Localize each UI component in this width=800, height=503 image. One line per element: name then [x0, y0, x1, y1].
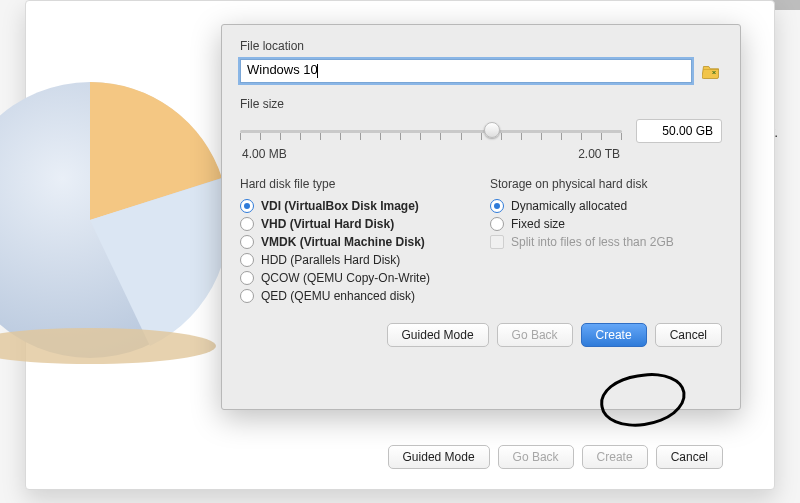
svg-point-1 [0, 328, 216, 364]
storage-option-0[interactable]: Dynamically allocated [490, 197, 722, 215]
disk-type-option-3[interactable]: HDD (Parallels Hard Disk) [240, 251, 472, 269]
cancel-button[interactable]: Cancel [655, 323, 722, 347]
file-size-slider[interactable] [240, 119, 622, 143]
dialog-button-row: Guided Mode Go Back Create Cancel [240, 323, 722, 347]
create-virtual-disk-dialog: File location Windows 10 File size 50.00… [221, 24, 741, 410]
outer-cancel-button[interactable]: Cancel [656, 445, 723, 469]
disk-type-options: VDI (VirtualBox Disk Image)VHD (Virtual … [240, 197, 472, 305]
disk-type-label: Hard disk file type [240, 177, 472, 191]
disk-type-label-1: VHD (Virtual Hard Disk) [261, 217, 394, 231]
slider-knob[interactable] [484, 122, 500, 138]
disk-type-label-0: VDI (VirtualBox Disk Image) [261, 199, 419, 213]
disk-type-option-2[interactable]: VMDK (Virtual Machine Disk) [240, 233, 472, 251]
disk-type-label-3: HDD (Parallels Hard Disk) [261, 253, 400, 267]
disk-type-option-4[interactable]: QCOW (QEMU Copy-On-Write) [240, 269, 472, 287]
slider-ticks [240, 133, 622, 141]
disk-type-label-4: QCOW (QEMU Copy-On-Write) [261, 271, 430, 285]
file-location-value: Windows 10 [247, 62, 318, 77]
file-location-input[interactable]: Windows 10 [240, 59, 692, 83]
disk-type-option-0[interactable]: VDI (VirtualBox Disk Image) [240, 197, 472, 215]
folder-icon [702, 63, 720, 79]
storage-radio-1[interactable] [490, 217, 504, 231]
disk-type-radio-4[interactable] [240, 271, 254, 285]
disk-type-label-2: VMDK (Virtual Machine Disk) [261, 235, 425, 249]
browse-folder-button[interactable] [700, 60, 722, 82]
disk-type-radio-2[interactable] [240, 235, 254, 249]
outer-guided-mode-button[interactable]: Guided Mode [388, 445, 490, 469]
disk-type-option-1[interactable]: VHD (Virtual Hard Disk) [240, 215, 472, 233]
disk-type-label-5: QED (QEMU enhanced disk) [261, 289, 415, 303]
outer-go-back-button[interactable]: Go Back [498, 445, 574, 469]
size-max-label: 2.00 TB [578, 147, 620, 161]
storage-label-0: Dynamically allocated [511, 199, 627, 213]
outer-create-button: Create [582, 445, 648, 469]
storage-label: Storage on physical hard disk [490, 177, 722, 191]
create-button[interactable]: Create [581, 323, 647, 347]
disk-type-option-5[interactable]: QED (QEMU enhanced disk) [240, 287, 472, 305]
storage-option-1[interactable]: Fixed size [490, 215, 722, 233]
slider-range-labels: 4.00 MB 2.00 TB [240, 147, 722, 171]
pie-chart-illustration [0, 70, 240, 370]
disk-type-radio-0[interactable] [240, 199, 254, 213]
storage-radio-0[interactable] [490, 199, 504, 213]
split-files-label: Split into files of less than 2GB [511, 235, 674, 249]
parent-wizard-button-row: Guided Mode Go Back Create Cancel [221, 445, 741, 469]
text-caret [317, 64, 318, 78]
file-size-value: 50.00 GB [662, 124, 713, 138]
guided-mode-button[interactable]: Guided Mode [387, 323, 489, 347]
disk-type-radio-3[interactable] [240, 253, 254, 267]
go-back-button[interactable]: Go Back [497, 323, 573, 347]
file-size-value-box[interactable]: 50.00 GB [636, 119, 722, 143]
split-files-check [490, 235, 504, 249]
file-size-label: File size [240, 97, 722, 111]
split-files-checkbox: Split into files of less than 2GB [490, 233, 722, 251]
disk-type-radio-1[interactable] [240, 217, 254, 231]
size-min-label: 4.00 MB [242, 147, 287, 161]
disk-type-radio-5[interactable] [240, 289, 254, 303]
storage-label-1: Fixed size [511, 217, 565, 231]
storage-options: Dynamically allocatedFixed size [490, 197, 722, 233]
file-location-label: File location [240, 39, 722, 53]
